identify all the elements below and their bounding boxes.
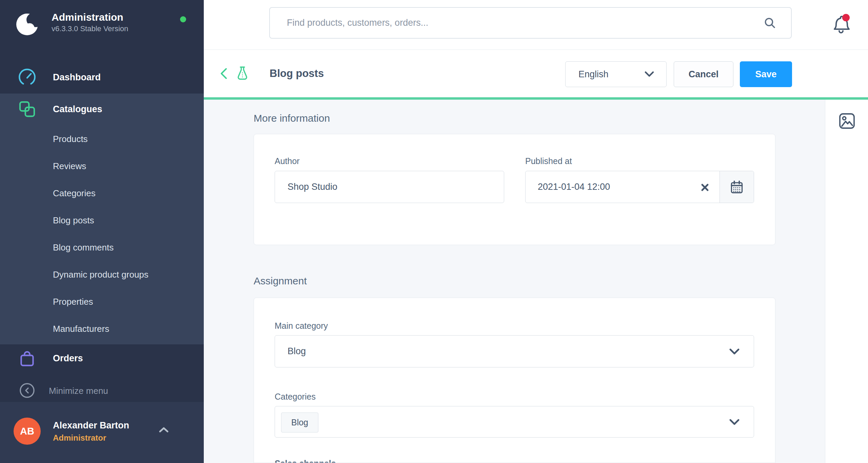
clear-date-icon[interactable] bbox=[700, 182, 710, 193]
catalogues-icon bbox=[18, 100, 37, 119]
sidebar-subitem-label: Dynamic product groups bbox=[53, 269, 149, 280]
search-icon[interactable] bbox=[763, 17, 777, 30]
user-role: Administrator bbox=[53, 433, 106, 443]
sidebar-item-label: Catalogues bbox=[53, 104, 102, 115]
sidebar-header: Administration v6.3.3.0 Stable Version bbox=[0, 0, 204, 61]
main-category-label: Main category bbox=[275, 321, 328, 331]
sidebar-subitem-label: Categories bbox=[53, 188, 96, 199]
user-menu[interactable]: AB Alexander Barton Administrator bbox=[0, 402, 204, 463]
sidebar-section-orders: Orders Minimize menu bbox=[0, 344, 204, 402]
minimize-menu-button[interactable]: Minimize menu bbox=[0, 378, 204, 402]
category-tag[interactable]: Blog bbox=[281, 412, 318, 432]
sidebar-item-dynamic-product-groups[interactable]: Dynamic product groups bbox=[0, 261, 204, 288]
chevron-down-icon bbox=[729, 348, 739, 355]
avatar: AB bbox=[14, 418, 41, 445]
sidebar-item-label: Dashboard bbox=[53, 72, 101, 83]
status-dot bbox=[180, 16, 186, 22]
app-version: v6.3.3.0 Stable Version bbox=[52, 24, 128, 33]
dashboard-icon bbox=[18, 68, 37, 87]
save-button[interactable]: Save bbox=[740, 61, 792, 87]
image-icon bbox=[838, 112, 856, 130]
categories-multiselect[interactable]: Blog bbox=[275, 406, 754, 438]
cancel-label: Cancel bbox=[689, 69, 719, 80]
chevron-down-icon bbox=[729, 419, 739, 425]
collapse-icon bbox=[19, 382, 35, 399]
published-at-input[interactable] bbox=[526, 171, 719, 203]
sidebar-subitem-label: Blog comments bbox=[53, 242, 114, 253]
sidebar-item-blog-posts[interactable]: Blog posts bbox=[0, 207, 204, 234]
save-label: Save bbox=[755, 69, 776, 80]
sidebar-item-reviews[interactable]: Reviews bbox=[0, 153, 204, 180]
section-heading-more-information: More information bbox=[254, 113, 330, 124]
sidebar-subitem-label: Products bbox=[53, 134, 88, 144]
sidebar: Administration v6.3.3.0 Stable Version D… bbox=[0, 0, 204, 463]
orders-icon bbox=[18, 349, 37, 368]
sidebar-item-manufacturers[interactable]: Manufacturers bbox=[0, 315, 204, 342]
sidebar-subitem-label: Blog posts bbox=[53, 215, 94, 226]
experimental-flask-icon bbox=[234, 65, 251, 82]
chevron-down-icon bbox=[645, 71, 654, 77]
section-heading-assignment: Assignment bbox=[254, 275, 307, 287]
bell-icon bbox=[831, 13, 850, 35]
cancel-button[interactable]: Cancel bbox=[674, 61, 733, 87]
sales-channels-label: Sales channels bbox=[275, 459, 336, 463]
author-field bbox=[275, 171, 504, 203]
sidebar-section-catalogues: Catalogues Products Reviews Categories B… bbox=[0, 94, 204, 344]
search-input[interactable] bbox=[270, 8, 791, 38]
main-content: More information Author Published at bbox=[204, 100, 825, 463]
open-datepicker-button[interactable] bbox=[719, 171, 754, 203]
sidebar-item-label: Orders bbox=[53, 353, 83, 364]
language-select[interactable]: English bbox=[565, 61, 667, 87]
assignment-card: Main category Blog Categories Blog Sales… bbox=[254, 298, 775, 463]
sidebar-item-orders[interactable]: Orders bbox=[0, 344, 204, 374]
sidebar-subitem-label: Manufacturers bbox=[53, 324, 109, 334]
page-title: Blog posts bbox=[270, 67, 324, 80]
notification-center-button[interactable] bbox=[831, 13, 850, 35]
sidebar-item-blog-comments[interactable]: Blog comments bbox=[0, 234, 204, 261]
right-sidebar-rail bbox=[825, 100, 868, 463]
categories-label: Categories bbox=[275, 392, 316, 402]
back-icon[interactable] bbox=[218, 67, 230, 80]
global-search bbox=[269, 7, 792, 39]
language-select-value: English bbox=[578, 69, 609, 80]
sidebar-item-dashboard[interactable]: Dashboard bbox=[0, 61, 204, 94]
published-at-field bbox=[525, 171, 754, 203]
sidebar-item-products[interactable]: Products bbox=[0, 125, 204, 153]
sidebar-subitem-label: Reviews bbox=[53, 161, 86, 172]
media-sidebar-button[interactable] bbox=[838, 112, 856, 130]
author-input[interactable] bbox=[275, 171, 504, 203]
top-bar bbox=[204, 0, 868, 50]
app-title: Administration bbox=[52, 12, 123, 23]
published-at-label: Published at bbox=[525, 156, 572, 166]
sidebar-item-properties[interactable]: Properties bbox=[0, 288, 204, 315]
author-label: Author bbox=[275, 156, 300, 166]
shopware-logo-icon bbox=[16, 14, 38, 35]
calendar-icon bbox=[729, 180, 744, 195]
main-category-select[interactable]: Blog bbox=[275, 335, 754, 367]
shopware-admin-window: Administration v6.3.3.0 Stable Version D… bbox=[0, 0, 868, 463]
smart-bar: Blog posts English Cancel Save bbox=[204, 50, 868, 100]
user-name: Alexander Barton bbox=[53, 420, 129, 431]
sidebar-item-categories[interactable]: Categories bbox=[0, 180, 204, 207]
chevron-up-icon bbox=[159, 426, 169, 433]
main-category-value: Blog bbox=[288, 346, 306, 357]
sidebar-subitem-label: Properties bbox=[53, 297, 93, 307]
sidebar-item-catalogues[interactable]: Catalogues bbox=[0, 94, 204, 125]
minimize-menu-label: Minimize menu bbox=[49, 386, 108, 396]
more-information-card: Author Published at bbox=[254, 134, 775, 245]
